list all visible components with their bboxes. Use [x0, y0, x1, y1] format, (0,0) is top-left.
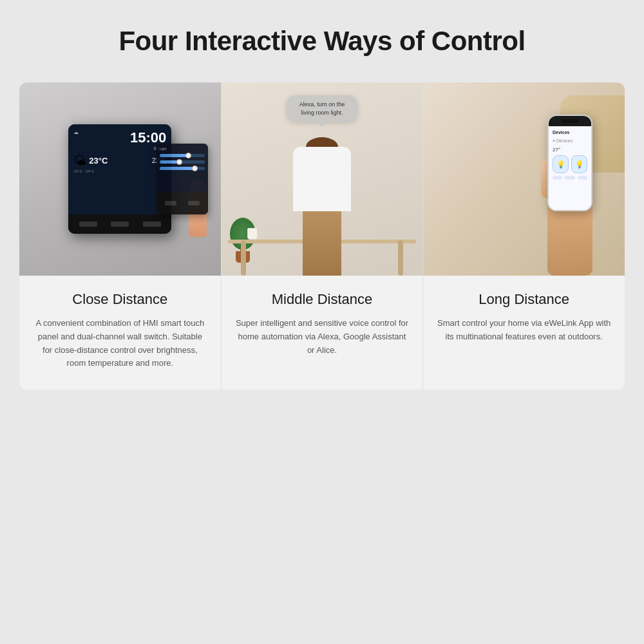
phone-app-title: Devices	[553, 130, 587, 135]
device-icon-2: 💡	[571, 155, 587, 173]
card-long-image: Devices ≡ Devices 27° 💡 💡	[423, 82, 625, 276]
panel-btn-2	[111, 222, 129, 227]
page-title: Four Interactive Ways of Control	[118, 26, 525, 57]
weather-icon: 🌤	[73, 153, 86, 168]
phone-subtitle: ≡ Devices	[553, 138, 587, 143]
card-long-text: Long Distance Smart control your home vi…	[423, 276, 625, 390]
phone-temp-display: 27°	[553, 147, 587, 153]
card-middle-desc: Super intelligent and sensitive voice co…	[234, 317, 410, 357]
panel-weather: 🌤 23°C 22°C	[73, 153, 166, 168]
card-close-distance: ☁ 15:00 6/9 Fri 🌤 23°C 22°C 15°C - 24°C	[19, 82, 222, 390]
chair-back	[293, 147, 351, 211]
nav-icon-3	[578, 176, 587, 180]
slider-1-fill	[160, 154, 187, 157]
device-row-2	[553, 176, 587, 180]
slider-3-fill	[160, 167, 194, 170]
smartphone: Devices ≡ Devices 27° 💡 💡	[547, 115, 592, 211]
cards-row: ☁ 15:00 6/9 Fri 🌤 23°C 22°C 15°C - 24°C	[19, 82, 625, 390]
card-long-distance: Devices ≡ Devices 27° 💡 💡	[423, 82, 625, 390]
device-icon-1: 💡	[553, 155, 569, 173]
hand-holding-phone: Devices ≡ Devices 27° 💡 💡	[541, 95, 605, 276]
device-row-1: 💡 💡	[553, 155, 587, 173]
card-close-title: Close Distance	[32, 291, 208, 308]
s-btn-1	[165, 201, 176, 205]
slider-2	[160, 160, 205, 164]
card-long-title: Long Distance	[436, 291, 612, 308]
card-long-desc: Smart control your home via eWeLink App …	[436, 317, 612, 344]
panel-bottom	[68, 214, 171, 234]
s-btn-2	[188, 201, 200, 205]
phone-notch	[561, 119, 579, 123]
desk-leg-left	[241, 240, 246, 276]
panel-btn-3	[143, 222, 161, 227]
nav-icon-2	[565, 176, 574, 180]
card-close-desc: A convenient combination of HMI smart to…	[32, 317, 208, 370]
secondary-panel-screen: Light	[156, 144, 208, 192]
secondary-panel-label: Light	[160, 147, 205, 151]
slider-1	[160, 154, 205, 157]
cup	[247, 228, 258, 240]
temp-range: 15°C - 24°C	[73, 169, 166, 173]
phone-status-bar	[549, 116, 591, 126]
card-middle-distance: Alexa, turn on the living room light. Mi…	[222, 82, 424, 390]
speech-text: Alexa, turn on the living room light.	[299, 101, 345, 116]
speech-bubble: Alexa, turn on the living room light.	[287, 95, 357, 122]
page-wrapper: Four Interactive Ways of Control ☁ 15:00…	[0, 0, 644, 644]
card-middle-text: Middle Distance Super intelligent and se…	[222, 276, 423, 390]
slider-3	[160, 167, 205, 170]
card-middle-title: Middle Distance	[234, 291, 410, 308]
phone-screen: Devices ≡ Devices 27° 💡 💡	[549, 126, 591, 210]
card-middle-image: Alexa, turn on the living room light.	[222, 82, 423, 276]
secondary-panel: Light	[156, 144, 208, 214]
card-close-image: ☁ 15:00 6/9 Fri 🌤 23°C 22°C 15°C - 24°C	[19, 82, 221, 276]
slider-3-dot	[192, 166, 198, 171]
slider-1-dot	[185, 153, 191, 158]
panel-temp1: 23°C	[89, 156, 108, 166]
desk-leg-right	[398, 240, 403, 276]
card-close-text: Close Distance A convenient combination …	[19, 276, 221, 390]
nav-icon-1	[553, 176, 562, 180]
panel-btn-1	[79, 222, 97, 227]
slider-2-fill	[160, 160, 178, 164]
secondary-panel-bottom	[156, 192, 208, 214]
slider-2-dot	[176, 159, 182, 165]
